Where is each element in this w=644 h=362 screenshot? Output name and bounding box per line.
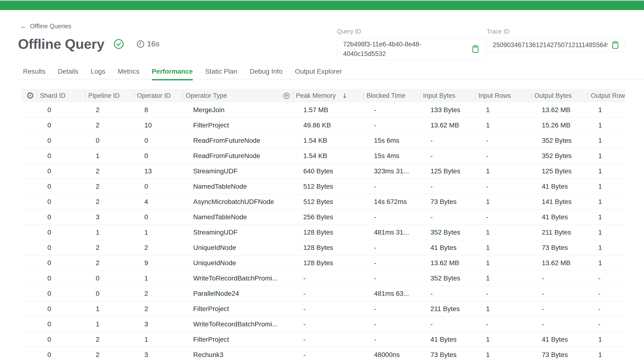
- cell-input-rows: 1: [476, 336, 531, 343]
- cell-blocked-time: -: [364, 274, 420, 282]
- cell-input-bytes: 13.62 MB: [420, 122, 476, 129]
- cell-output-rows: 1: [588, 244, 625, 252]
- table-row[interactable]: 010ReadFromFutureNode1.54 KB15s 4ms--352…: [22, 148, 625, 164]
- column-header-peak-memory[interactable]: Peak Memory ↓: [293, 89, 364, 102]
- column-header-pipeline-id[interactable]: Pipeline ID: [85, 89, 134, 102]
- column-header-input-rows[interactable]: Input Rows: [476, 89, 531, 102]
- cell-peak-memory: -: [293, 336, 364, 343]
- cell-pipeline-id: 2: [85, 106, 134, 114]
- query-id-value: 72b498f3-11e6-4b40-8e48-4040c15d5532: [343, 39, 432, 59]
- cell-output-bytes: 13.62 MB: [531, 259, 588, 267]
- cell-operator-type: WriteToRecordBatchPromi...: [183, 274, 293, 282]
- cell-input-rows: 1: [476, 305, 531, 313]
- cell-input-rows: 1: [476, 122, 531, 129]
- cell-input-rows: 1: [476, 351, 531, 359]
- tab-static-plan[interactable]: Static Plan: [205, 68, 237, 80]
- cell-shard-id: 0: [37, 152, 85, 160]
- table-row[interactable]: 020NamedTableNode512 Bytes---41 Bytes1: [22, 179, 625, 194]
- cell-operator-id: 1: [134, 274, 183, 282]
- cell-output-rows: 1: [588, 198, 625, 206]
- breadcrumb[interactable]: ← Offline Queries: [20, 22, 71, 30]
- cell-output-bytes: 15.26 MB: [531, 122, 588, 129]
- table-row[interactable]: 0210FilterProject49.86 KB-13.62 MB115.26…: [22, 118, 625, 133]
- table-row[interactable]: 023Rechunk3-48000ns73 Bytes173 Bytes1: [22, 347, 625, 362]
- cell-pipeline-id: 1: [85, 320, 134, 328]
- settings-column-header: ⚙: [22, 89, 37, 102]
- table-row[interactable]: 000ReadFromFutureNode1.54 KB15s 6ms--352…: [22, 133, 625, 148]
- cell-operator-type: NamedTableNode: [183, 183, 293, 190]
- cell-output-bytes: 41 Bytes: [531, 213, 588, 221]
- cell-blocked-time: -: [364, 122, 420, 129]
- table-row[interactable]: 002ParallelNode24-481ms 63...----: [22, 286, 625, 301]
- tab-performance[interactable]: Performance: [152, 68, 193, 80]
- cell-output-rows: -: [588, 305, 625, 313]
- cell-output-bytes: 211 Bytes: [531, 229, 588, 236]
- table-row[interactable]: 024AsyncMicrobatchUDFNode512 Bytes14s 67…: [22, 194, 625, 209]
- cell-operator-id: 0: [134, 137, 183, 144]
- column-header-blocked-time[interactable]: Blocked Time: [364, 89, 420, 102]
- cell-output-bytes: -: [531, 290, 588, 297]
- cell-operator-id: 1: [134, 229, 183, 236]
- breadcrumb-label: Offline Queries: [30, 22, 71, 30]
- cell-input-bytes: -: [420, 213, 476, 221]
- table-row[interactable]: 0213StreamingUDF640 Bytes323ms 31...125 …: [22, 164, 625, 179]
- cell-output-rows: -: [588, 290, 625, 297]
- cell-peak-memory: 512 Bytes: [293, 198, 364, 206]
- tab-output-explorer[interactable]: Output Explorer: [295, 68, 342, 80]
- cell-operator-id: 4: [134, 198, 183, 206]
- tab-results[interactable]: Results: [23, 68, 45, 80]
- cell-operator-id: 1: [134, 336, 183, 343]
- tab-debug-info[interactable]: Debug Info: [250, 68, 282, 80]
- column-label: Shard ID: [40, 92, 66, 99]
- cell-peak-memory: -: [293, 305, 364, 313]
- cell-input-bytes: 125 Bytes: [420, 167, 476, 175]
- cell-shard-id: 0: [37, 229, 85, 236]
- sort-down-icon[interactable]: ↓: [342, 92, 348, 99]
- cell-peak-memory: 640 Bytes: [293, 167, 364, 175]
- trace-id-label: Trace ID: [487, 28, 625, 35]
- cell-operator-type: ReadFromFutureNode: [183, 152, 293, 160]
- table-row[interactable]: 022UniqueIdNode128 Bytes-41 Bytes173 Byt…: [22, 240, 625, 255]
- column-label: Blocked Time: [366, 92, 405, 99]
- cell-output-bytes: 141 Bytes: [531, 198, 588, 206]
- column-header-operator-id[interactable]: Operator ID: [134, 89, 183, 102]
- cell-peak-memory: 256 Bytes: [293, 213, 364, 221]
- tab-logs[interactable]: Logs: [91, 68, 105, 80]
- column-header-input-bytes[interactable]: Input Bytes: [420, 89, 476, 102]
- duration: 16s: [136, 39, 160, 48]
- cell-input-bytes: 352 Bytes: [420, 229, 476, 236]
- copy-trace-id-button[interactable]: [611, 40, 620, 49]
- copy-query-id-button[interactable]: [471, 44, 480, 54]
- operator-type-filter-button[interactable]: [283, 92, 290, 99]
- cell-output-rows: 1: [588, 336, 625, 343]
- table-row[interactable]: 021FilterProject--41 Bytes141 Bytes1: [22, 332, 625, 347]
- cell-operator-type: NamedTableNode: [183, 213, 293, 221]
- column-settings-button[interactable]: ⚙: [26, 91, 34, 100]
- table-row[interactable]: 013WriteToRecordBatchPromi...------: [22, 317, 625, 332]
- cell-input-bytes: -: [420, 183, 476, 190]
- cell-output-bytes: 41 Bytes: [531, 336, 588, 343]
- column-header-shard-id[interactable]: Shard ID: [37, 89, 85, 102]
- trace-id-value: 2509034671361214275071211148556499...: [493, 41, 608, 49]
- cell-output-rows: 1: [588, 351, 625, 359]
- table-row[interactable]: 011StreamingUDF128 Bytes481ms 31...352 B…: [22, 225, 625, 240]
- column-label: Operator Type: [186, 92, 227, 99]
- tab-metrics[interactable]: Metrics: [118, 68, 139, 80]
- cell-peak-memory: 1.54 KB: [293, 152, 364, 160]
- table-row[interactable]: 030NamedTableNode256 Bytes---41 Bytes1: [22, 209, 625, 225]
- table-row[interactable]: 001WriteToRecordBatchPromi...--352 Bytes…: [22, 271, 625, 286]
- column-header-output-rows[interactable]: Output Rows: [588, 89, 625, 102]
- column-header-operator-type[interactable]: Operator Type: [183, 89, 293, 102]
- cell-output-bytes: -: [531, 305, 588, 313]
- table-header: ⚙ Shard ID Pipeline ID Operator ID Opera…: [22, 89, 625, 102]
- cell-output-bytes: 13.62 MB: [531, 106, 588, 114]
- cell-operator-type: Rechunk3: [183, 351, 293, 359]
- table-row[interactable]: 012FilterProject--211 Bytes1--: [22, 301, 625, 317]
- tab-details[interactable]: Details: [58, 68, 78, 80]
- cell-shard-id: 0: [37, 244, 85, 252]
- cell-blocked-time: -: [364, 213, 420, 221]
- table-row[interactable]: 029UniqueIdNode128 Bytes-13.62 MB113.62 …: [22, 255, 625, 271]
- table-row[interactable]: 028MergeJoin1.57 MB-133 Bytes113.62 MB1: [22, 102, 625, 118]
- cell-shard-id: 0: [37, 259, 85, 267]
- column-header-output-bytes[interactable]: Output Bytes: [531, 89, 588, 102]
